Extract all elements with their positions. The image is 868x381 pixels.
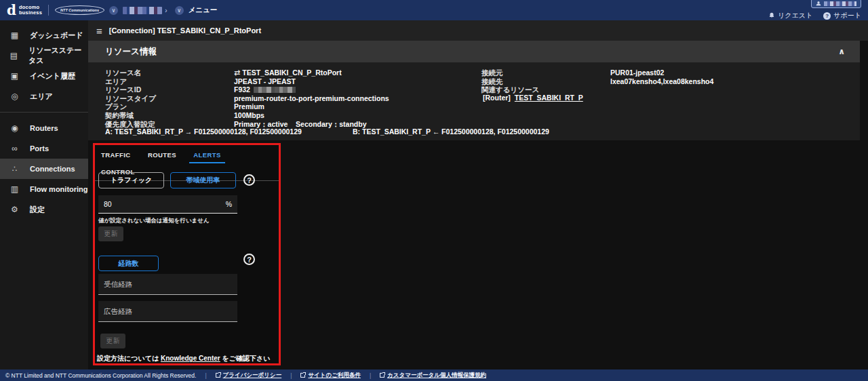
support-label: サポート (833, 11, 861, 20)
priority-route-b: B: TEST_SABIKI_RT_P ← F012500000128, F01… (353, 127, 549, 136)
sidebar-item-label: 設定 (30, 205, 45, 215)
sidebar-item-resource-status[interactable]: ▤ リソースステータス (0, 45, 88, 66)
sidebar-item-event-history[interactable]: ▣ イベント履歴 (0, 66, 88, 86)
dashboard-icon: ▦ (9, 31, 20, 40)
hamburger-menu-icon[interactable]: ≡ (96, 25, 102, 37)
connection-source-value: PUR01-jpeast02 (610, 68, 664, 77)
traffic-toggle-button[interactable]: トラフィック (98, 172, 164, 188)
field-label: リソースID (105, 85, 234, 94)
connection-icon: ⇄ (234, 68, 240, 77)
question-icon: ? (823, 12, 831, 20)
area-value: JPEAST - JPEAST (234, 77, 296, 86)
bandwidth-usage-toggle-button[interactable]: 帯域使用率 (170, 172, 236, 188)
flow-monitoring-icon: ▥ (9, 184, 20, 194)
field-label: エリア (105, 77, 234, 86)
chevron-down-icon[interactable]: ∨ (109, 6, 118, 15)
footer-divider: | (205, 372, 206, 379)
user-badge[interactable] (811, 0, 861, 8)
kc-text-before: 設定方法については (97, 355, 161, 362)
sidebar-item-connections[interactable]: ∴ Connections (0, 159, 88, 179)
field-label: 関連するリソース (481, 85, 610, 94)
footer-link-label: カスタマーポータル個人情報保護規約 (387, 372, 486, 380)
priority-route-a: A: TEST_SABIKI_RT_P → F012500000128, F01… (105, 127, 302, 136)
tab-traffic[interactable]: TRAFFIC (97, 146, 134, 163)
resource-info-panel: リソース情報 ∧ リソース名 ⇄TEST_SABIKI_CN_P_RtoPort… (88, 41, 860, 140)
footer-link-personal-info[interactable]: カスタマーポータル個人情報保護規約 (380, 372, 486, 380)
support-button[interactable]: ? サポート (823, 11, 861, 20)
redacted-user-name (824, 1, 856, 6)
footer-link-privacy-policy[interactable]: プライバシーポリシー (216, 372, 282, 380)
tab-routes[interactable]: ROUTES (144, 146, 180, 163)
help-icon[interactable]: ? (243, 254, 255, 265)
advertise-route-field (98, 301, 237, 322)
external-link-icon (300, 373, 305, 378)
docomo-logo-text: docomo business (19, 5, 42, 16)
alert-type-toggle: トラフィック 帯域使用率 (98, 172, 236, 188)
route-count-toggle-button[interactable]: 経路数 (98, 256, 159, 271)
footer-link-label: プライバシーポリシー (223, 372, 282, 380)
bell-icon (768, 12, 775, 19)
chevron-down-icon[interactable]: ∨ (175, 6, 184, 15)
area-icon: ◎ (9, 92, 20, 101)
ntt-communications-logo: NTT Communications (55, 5, 104, 15)
footer-link-label: サイトのご利用条件 (308, 372, 361, 380)
threshold-input[interactable] (104, 200, 226, 208)
docomo-logo: d (7, 2, 16, 18)
field-label: 契約帯域 (105, 111, 234, 120)
gear-icon: ⚙ (9, 205, 20, 214)
header-right-cluster: リクエスト ? サポート (768, 0, 861, 20)
advertise-route-input[interactable] (98, 301, 237, 322)
field-label: 接続先 (481, 77, 610, 86)
priority-routes-row: A: TEST_SABIKI_RT_P → F012500000128, F01… (105, 127, 783, 136)
page-title-bar: ≡ [Connection] TEST_SABIKI_CN_P_RtoPort (88, 20, 868, 41)
resource-info-body: リソース名 ⇄TEST_SABIKI_CN_P_RtoPort エリア JPEA… (88, 62, 860, 140)
sidebar-item-flow-monitoring[interactable]: ▥ Flow monitoring (0, 179, 88, 199)
sidebar-item-label: エリア (30, 92, 53, 102)
sidebar-item-routers[interactable]: ◉ Routers (0, 118, 88, 138)
receive-route-field (98, 274, 237, 295)
plan-value: Premium (234, 102, 264, 111)
threshold-helper-text: 値が設定されない場合は通知を行いません (98, 217, 210, 225)
sidebar-item-label: リソースステータス (28, 45, 88, 66)
collapse-chevron-up-icon[interactable]: ∧ (838, 47, 845, 56)
kc-text-after: をご確認下さい (220, 355, 271, 362)
connection-destination-value: lxea07kensho4,lxea08kensho4 (610, 77, 713, 86)
sidebar-item-area[interactable]: ◎ エリア (0, 86, 88, 106)
resource-status-icon: ▤ (9, 51, 18, 60)
sidebar-item-label: Routers (30, 124, 58, 132)
resource-fields-left: リソース名 ⇄TEST_SABIKI_CN_P_RtoPort エリア JPEA… (105, 68, 389, 128)
sidebar-item-settings[interactable]: ⚙ 設定 (0, 199, 88, 220)
sidebar-item-label: Connections (30, 165, 75, 173)
help-icon[interactable]: ? (243, 174, 255, 186)
sidebar-item-ports[interactable]: ∞ Ports (0, 138, 88, 159)
sidebar-item-dashboard[interactable]: ▦ ダッシュボード (0, 25, 88, 45)
resource-info-header[interactable]: リソース情報 ∧ (88, 41, 860, 62)
field-label: 接続元 (481, 68, 610, 77)
threshold-field[interactable]: % (98, 195, 237, 214)
event-history-icon: ▣ (9, 71, 20, 81)
request-button[interactable]: リクエスト (768, 11, 812, 20)
receive-route-input[interactable] (98, 274, 237, 295)
update-button[interactable]: 更新 (98, 226, 123, 241)
redacted-account-name[interactable] (123, 7, 162, 14)
routers-icon: ◉ (9, 123, 20, 133)
sidebar-item-label: イベント履歴 (30, 71, 75, 81)
sidebar-nav: ▦ ダッシュボード ▤ リソースステータス ▣ イベント履歴 ◎ エリア ◉ R… (0, 20, 88, 369)
tab-alerts[interactable]: ALERTS (189, 146, 224, 163)
knowledge-center-link[interactable]: Knowledge Center (161, 355, 220, 362)
footer: © NTT Limited and NTT Communications Cor… (0, 369, 868, 381)
resource-fields-right: 接続元 PUR01-jpeast02 接続先 lxea07kensho4,lxe… (481, 68, 713, 94)
external-link-icon (216, 373, 220, 378)
update-button-2[interactable]: 更新 (100, 334, 125, 348)
related-resource-link[interactable]: TEST_SABIKI_RT_P (515, 94, 583, 102)
connections-icon: ∴ (9, 164, 20, 174)
header-divider (48, 5, 49, 16)
knowledge-center-note: 設定方法については Knowledge Center をご確認下さい (97, 354, 270, 363)
footer-divider: | (370, 372, 371, 379)
footer-link-terms[interactable]: サイトのご利用条件 (300, 372, 361, 380)
menu-button[interactable]: メニュー (189, 5, 218, 15)
sidebar-item-label: Flow monitoring (30, 185, 88, 193)
external-link-icon (380, 373, 384, 378)
resource-info-title: リソース情報 (105, 46, 157, 58)
sidebar-divider (0, 112, 88, 113)
